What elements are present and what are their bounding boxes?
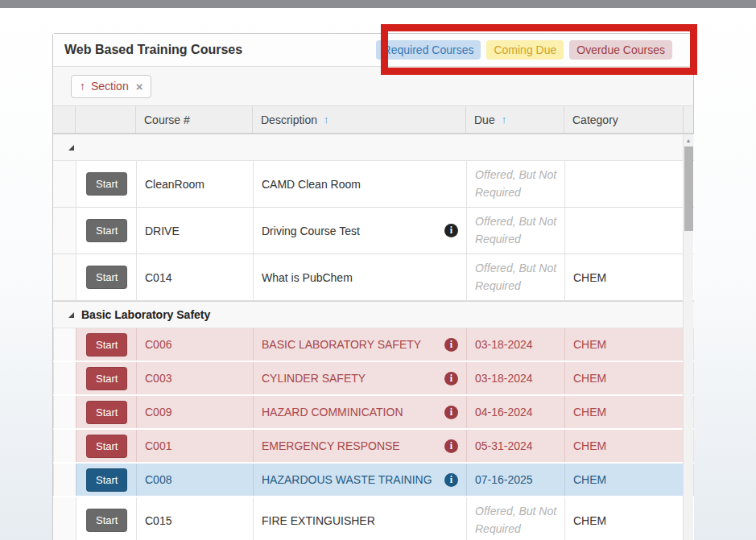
group-header-basic-laboratory-safety[interactable]: Basic Laboratory Safety [53, 301, 694, 328]
header-toggle-column [53, 106, 76, 133]
due-cell: Offered, But Not Required [466, 161, 564, 207]
remove-group-icon[interactable]: × [136, 80, 143, 93]
due-cell: 04-16-2024 [466, 396, 564, 428]
info-icon[interactable]: i [444, 439, 458, 453]
screen: Web Based Training Courses Required Cour… [0, 0, 756, 540]
header-course-label: Course # [144, 113, 190, 126]
due-cell: 03-18-2024 [466, 362, 564, 394]
header-due[interactable]: Due ↑ [466, 106, 564, 133]
info-icon[interactable]: i [444, 338, 458, 352]
row-toggle-cell [53, 362, 76, 394]
collapse-group-icon[interactable] [68, 145, 74, 150]
group-label: Basic Laboratory Safety [81, 308, 210, 321]
panel-header: Web Based Training Courses Required Cour… [53, 34, 693, 67]
group-chip-label[interactable]: Section [91, 80, 129, 93]
row-action-cell: Start [76, 161, 136, 207]
start-course-button[interactable]: Start [86, 367, 127, 390]
info-icon[interactable]: i [444, 372, 458, 385]
due-text: Offered, But Not Required [475, 260, 564, 295]
vertical-scrollbar[interactable]: ▲ [683, 134, 693, 540]
start-course-button[interactable]: Start [86, 266, 127, 289]
sort-asc-icon[interactable]: ↑ [80, 80, 85, 93]
table-row[interactable]: Start C006 BASIC LABORATORY SAFETY i 03-… [53, 328, 694, 362]
category-cell: CHEM [564, 254, 684, 300]
row-action-cell: Start [76, 328, 136, 361]
header-due-label: Due [474, 113, 495, 126]
course-number-cell: C009 [136, 396, 253, 428]
category-cell: CHEM [564, 328, 684, 361]
start-course-button[interactable]: Start [86, 468, 127, 492]
description-cell: FIRE EXTINGUISHER [253, 497, 466, 540]
page-title: Web Based Training Courses [64, 43, 242, 57]
header-category[interactable]: Category [564, 106, 684, 133]
table-row[interactable]: Start C003 CYLINDER SAFETY i 03-18-2024 … [53, 362, 694, 396]
start-course-button[interactable]: Start [86, 172, 127, 196]
category-cell: CHEM [564, 497, 684, 540]
description-text: EMERGENCY RESPONSE [262, 439, 400, 452]
description-cell: What is PubChem [253, 254, 466, 300]
course-number-cell: C001 [136, 430, 253, 462]
category-cell: CHEM [564, 430, 684, 462]
course-number-cell: CleanRoom [136, 161, 253, 207]
header-action-column [76, 106, 136, 133]
due-text: Offered, But Not Required [475, 167, 564, 201]
description-cell: CYLINDER SAFETY i [253, 362, 466, 394]
table-body: Start CleanRoom CAMD Clean Room Offered,… [53, 134, 694, 540]
due-text: Offered, But Not Required [475, 213, 564, 248]
row-action-cell: Start [76, 497, 136, 540]
category-cell: CHEM [564, 396, 684, 428]
table-row-selected[interactable]: Start C008 HAZARDOUS WASTE TRAINING i 07… [53, 464, 694, 497]
description-cell: CAMD Clean Room [253, 161, 466, 207]
row-toggle-cell [53, 497, 76, 540]
row-toggle-cell [53, 208, 76, 254]
table-header-row: Course # Description ↑ Due ↑ Category [53, 106, 693, 134]
course-number-cell: C003 [136, 362, 253, 394]
row-action-cell: Start [76, 208, 136, 254]
row-action-cell: Start [76, 430, 136, 462]
description-text: BASIC LABORATORY SAFETY [262, 338, 421, 351]
description-text: Driving Course Test [262, 225, 360, 237]
start-course-button[interactable]: Start [86, 401, 127, 424]
grouping-toolbar: ↑ Section × [53, 67, 693, 106]
course-number-cell: DRIVE [136, 208, 253, 254]
course-status-legend: Required Courses Coming Due Overdue Cour… [376, 40, 672, 60]
due-cell: Offered, But Not Required [466, 497, 564, 540]
course-number-cell: C008 [136, 464, 253, 496]
description-text: HAZARD COMMINICATION [262, 406, 403, 418]
row-toggle-cell [53, 254, 76, 300]
group-by-section-chip[interactable]: ↑ Section × [71, 75, 151, 98]
sort-asc-icon[interactable]: ↑ [502, 113, 507, 126]
group-header-unlabeled[interactable] [53, 134, 694, 161]
start-course-button[interactable]: Start [86, 219, 127, 242]
table-row[interactable]: Start C001 EMERGENCY RESPONSE i 05-31-20… [53, 430, 694, 464]
header-course-number[interactable]: Course # [136, 106, 253, 133]
info-icon[interactable]: i [444, 224, 458, 237]
due-cell: 07-16-2025 [466, 464, 564, 496]
scrollbar-up-icon[interactable]: ▲ [684, 134, 693, 146]
description-text: HAZARDOUS WASTE TRAINING [262, 473, 432, 486]
start-course-button[interactable]: Start [86, 509, 127, 532]
course-number-cell: C014 [136, 254, 253, 300]
collapse-group-icon[interactable] [68, 312, 74, 318]
training-courses-panel: Web Based Training Courses Required Cour… [52, 33, 694, 540]
due-cell: Offered, But Not Required [466, 208, 564, 254]
due-cell: 05-31-2024 [466, 430, 564, 462]
description-cell: EMERGENCY RESPONSE i [253, 430, 466, 462]
scrollbar-thumb[interactable] [684, 146, 693, 231]
course-number-cell: C015 [136, 497, 253, 540]
table-row[interactable]: Start DRIVE Driving Course Test i Offere… [53, 208, 694, 254]
table-row[interactable]: Start C015 FIRE EXTINGUISHER Offered, Bu… [53, 497, 694, 540]
info-icon[interactable]: i [444, 473, 458, 487]
row-toggle-cell [53, 464, 76, 496]
row-action-cell: Start [76, 254, 136, 300]
sort-asc-icon[interactable]: ↑ [324, 113, 329, 126]
category-cell [564, 208, 684, 254]
header-description[interactable]: Description ↑ [253, 106, 466, 133]
start-course-button[interactable]: Start [86, 333, 127, 357]
table-row[interactable]: Start C014 What is PubChem Offered, But … [53, 254, 694, 301]
table-row[interactable]: Start C009 HAZARD COMMINICATION i 04-16-… [53, 396, 694, 430]
description-cell: BASIC LABORATORY SAFETY i [253, 328, 466, 361]
info-icon[interactable]: i [444, 406, 458, 419]
table-row[interactable]: Start CleanRoom CAMD Clean Room Offered,… [53, 161, 694, 208]
start-course-button[interactable]: Start [86, 435, 127, 458]
